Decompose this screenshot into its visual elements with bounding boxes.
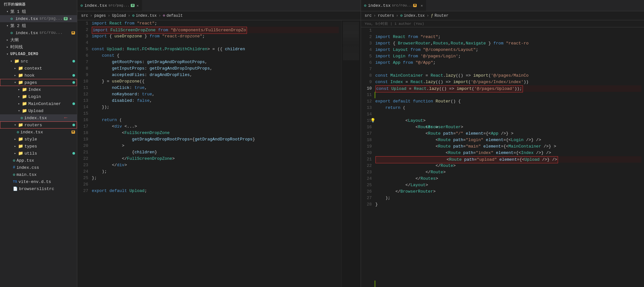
open-file-upload-index[interactable]: ⚙ index.tsx src/pag... U ✕	[0, 15, 77, 22]
open-file-routers-index[interactable]: ⚙ index.tsx src/rou... M	[0, 29, 77, 36]
editor-tabs: ⚙ index.tsx src/pag... U ✕ ⚙ index.tsx s…	[77, 0, 644, 11]
right-code-area[interactable]: 123 456 789 101112 131415 161718 192021 …	[361, 27, 644, 287]
code-line-23: </div>	[92, 162, 339, 168]
code-line-10: } = useDropzone({	[92, 78, 339, 85]
tab-path2: src/rou...	[392, 4, 413, 7]
file-name: index.tsx	[24, 116, 47, 120]
code-line-2: import FullScreenDropZone from "@/compon…	[92, 27, 339, 33]
code-line-17: <div <...>	[92, 123, 339, 130]
right-blame: You, 5小时前 | 1 author (You)	[361, 20, 644, 27]
right-editor-panel: src › routers › ⚙ index.tsx › ƒ Router Y…	[361, 11, 644, 287]
code-line-24: );	[92, 168, 339, 175]
folder-style[interactable]: ▸ 📁 style	[0, 136, 77, 143]
r-code-line-9: const Index = React.lazy(() => import('@…	[375, 79, 642, 85]
file-app-tsx[interactable]: ⚙ App.tsx	[0, 157, 77, 164]
chevron-icon: ▸	[13, 144, 17, 148]
left-code-area[interactable]: 123 456 789 101112 131415 161718 192021 …	[77, 20, 361, 287]
folder-maincontainer[interactable]: ▸ 📁 MainContainer	[0, 100, 77, 107]
badge-m: M	[71, 31, 75, 34]
folder-types[interactable]: ▸ 📁 types	[0, 143, 77, 150]
bc2-routers: routers	[378, 14, 394, 18]
r-code-line-1	[375, 27, 642, 34]
tab-routers-index[interactable]: ⚙ index.tsx src/rou... M ✕	[361, 0, 427, 11]
chevron-icon: ▾	[17, 109, 21, 113]
tab-close-icon[interactable]: ✕	[137, 4, 139, 8]
bc-symbol-icon: ⊕	[163, 13, 165, 18]
modified-dot	[72, 74, 75, 77]
folder-index[interactable]: ▸ 📁 Index	[0, 86, 77, 93]
tab-upload-index[interactable]: ⚙ index.tsx src/pag... U ✕	[77, 0, 142, 11]
open-editors-label: 打开的编辑器	[0, 0, 77, 8]
code-line-4	[92, 40, 339, 46]
chevron-icon: ▸	[13, 66, 17, 70]
code-line-1: import React from "react";	[92, 20, 339, 27]
right-breadcrumb: src › routers › ⚙ index.tsx › ƒ Router	[361, 11, 644, 20]
chevron-icon: ▾	[5, 10, 10, 14]
r-code-line-13: return (	[375, 105, 642, 111]
folder-icon: 📁	[22, 108, 27, 113]
folder-utils[interactable]: ▸ 📁 utils	[0, 150, 77, 157]
right-code-lines: import React from "react"; import { Brow…	[375, 27, 644, 287]
file-browserslistrc[interactable]: 📄 browserslistrc	[0, 185, 77, 192]
folder-src[interactable]: ▾ 📁 src	[0, 58, 77, 65]
open-file-name2: index.tsx	[15, 31, 38, 35]
r-code-line-22: </Route>	[375, 163, 642, 169]
folder-login[interactable]: ▸ 📁 Login	[0, 93, 77, 100]
file-main-tsx[interactable]: ⚙ main.tsx	[0, 171, 77, 178]
sidebar: 打开的编辑器 ▾ 第 1 组 ⚙ index.tsx src/pag... U …	[0, 0, 77, 287]
r-code-line-4: import Layout from "@/components/Layout"…	[375, 47, 642, 53]
modified-dot	[72, 124, 75, 126]
r-code-line-8: const MainContainer = React.lazy(() => i…	[375, 72, 642, 79]
tsx-file-icon: ⚙	[17, 130, 19, 135]
r-code-line-14: 💡 <BrowserRouter>	[375, 111, 642, 118]
folder-context[interactable]: ▸ 📁 context	[0, 65, 77, 72]
r-code-line-25: </Layout>	[375, 182, 642, 188]
bc2-tsx-icon: ⚙	[400, 13, 402, 18]
group1-label: ▾ 第 1 组	[0, 8, 77, 15]
chevron-icon: ▾	[13, 123, 17, 127]
bc2-file: index.tsx	[404, 14, 425, 18]
modified-dot	[72, 60, 75, 62]
folder-name: Login	[28, 94, 41, 99]
folder-name: src	[21, 59, 28, 64]
open-file-path: src/pag...	[39, 16, 62, 21]
folder-icon: 📁	[18, 122, 23, 128]
badge-u: U	[64, 17, 67, 20]
outline-label[interactable]: ▸ 大纲	[0, 36, 77, 43]
code-line-27: export default Upload;	[92, 188, 339, 194]
close-tab-icon[interactable]: ✕	[70, 16, 72, 21]
project-name: UPLOAD_DEMO	[10, 52, 38, 56]
code-line-18: <FullScreenDropZone	[92, 130, 339, 136]
folder-hook[interactable]: ▸ 📁 hook	[0, 72, 77, 79]
file-routers-index[interactable]: ⚙ index.tsx M	[0, 129, 77, 136]
tab-close-icon2[interactable]: ✕	[421, 4, 423, 8]
file-index-css[interactable]: # index.css	[0, 164, 77, 171]
code-line-21: {children}	[92, 149, 339, 156]
left-code-lines: import React from "react"; import FullSc…	[92, 20, 341, 287]
r-code-line-10: const Upload = React.lazy(() => import('…	[375, 85, 642, 92]
file-vite-env[interactable]: TS vite-env.d.ts	[0, 178, 77, 185]
folder-name: Index	[28, 87, 41, 92]
bc-tsx-icon: ⚙	[132, 13, 134, 18]
folder-pages[interactable]: ▾ 📁 pages	[0, 79, 77, 86]
project-root[interactable]: ▾ UPLOAD_DEMO	[0, 51, 77, 58]
r-code-line-6: import App from "@/App";	[375, 60, 642, 66]
code-line-25: };	[92, 175, 339, 181]
tsx-file-icon: ⚙	[21, 116, 23, 120]
code-line-7: getRootProps: getDragAndDropRootProps,	[92, 59, 339, 65]
code-line-16: return (	[92, 117, 339, 123]
file-upload-index[interactable]: ⚙ index.tsx ←	[0, 114, 77, 121]
r-code-line-12: export default function Router() {	[375, 98, 642, 105]
r-code-line-24: </Routes>	[375, 176, 642, 182]
r-code-line-20: <Route path="index" element={<Index />} …	[375, 150, 642, 156]
folder-icon: 📁	[18, 80, 23, 85]
chevron-icon: ▾	[5, 24, 10, 28]
timeline-label[interactable]: ▸ 时间线	[0, 43, 77, 51]
group2-label: ▾ 第 2 组	[0, 22, 77, 29]
folder-icon: 📁	[18, 151, 23, 156]
chevron-icon: ▸	[17, 95, 21, 99]
folder-upload[interactable]: ▾ 📁 Upload	[0, 107, 77, 114]
folder-routers[interactable]: ▾ 📁 routers	[0, 121, 77, 129]
chevron-icon: ▸	[13, 73, 17, 77]
tab-path: src/pag...	[108, 4, 129, 7]
